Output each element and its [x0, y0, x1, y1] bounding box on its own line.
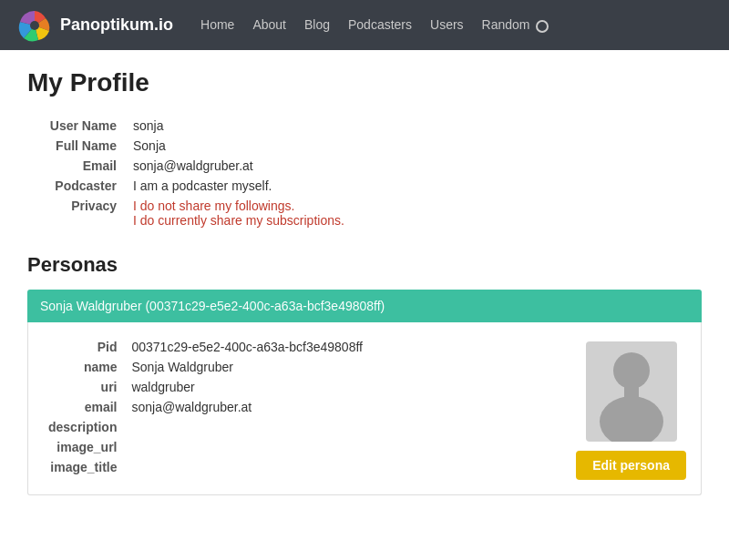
nav-item-random[interactable]: Random — [482, 17, 549, 32]
username-label: User Name — [27, 116, 128, 136]
podcaster-value: I am a podcaster myself. — [128, 176, 702, 196]
nav-item-blog[interactable]: Blog — [304, 17, 330, 32]
nav-link-about[interactable]: About — [252, 17, 286, 32]
fullname-value: Sonja — [128, 136, 702, 156]
description-value — [126, 417, 368, 437]
persona-image-title-row: image_title — [43, 457, 368, 477]
image-title-value — [126, 457, 368, 477]
nav-links: Home About Blog Podcasters Users Random — [200, 17, 549, 32]
persona-details: Pid 00371c29-e5e2-400c-a63a-bcf3e49808ff… — [43, 337, 368, 477]
persona-name-label: name — [43, 357, 126, 377]
nav-link-home[interactable]: Home — [200, 17, 234, 32]
random-icon — [536, 20, 549, 33]
personas-title: Personas — [27, 253, 702, 277]
persona-image-url-row: image_url — [43, 437, 368, 457]
svg-point-1 — [30, 21, 39, 30]
profile-email-row: Email sonja@waldgruber.at — [27, 156, 702, 176]
nav-link-random[interactable]: Random — [482, 17, 549, 32]
podcaster-label: Podcaster — [27, 176, 128, 196]
privacy-line2: I do currently share my subscriptions. — [133, 213, 696, 228]
nav-link-podcasters[interactable]: Podcasters — [348, 17, 412, 32]
persona-uri-row: uri waldgruber — [43, 377, 368, 397]
profile-privacy-row: Privacy I do not share my followings. I … — [27, 196, 702, 230]
image-title-label: image_title — [43, 457, 126, 477]
image-url-label: image_url — [43, 437, 126, 457]
svg-point-3 — [613, 352, 650, 389]
email-value: sonja@waldgruber.at — [128, 156, 702, 176]
nav-item-about[interactable]: About — [252, 17, 286, 32]
avatar — [586, 341, 677, 442]
fullname-label: Full Name — [27, 136, 128, 156]
uri-label: uri — [43, 377, 126, 397]
profile-podcaster-row: Podcaster I am a podcaster myself. — [27, 176, 702, 196]
privacy-label: Privacy — [27, 196, 128, 230]
uri-value: waldgruber — [126, 377, 368, 397]
persona-header: Sonja Waldgruber (00371c29-e5e2-400c-a63… — [27, 290, 702, 322]
profile-table: User Name sonja Full Name Sonja Email so… — [27, 116, 702, 230]
nav-item-home[interactable]: Home — [200, 17, 234, 32]
persona-avatar-area: Edit persona — [576, 341, 686, 480]
email-label: Email — [27, 156, 128, 176]
description-label: description — [43, 417, 126, 437]
nav-link-users[interactable]: Users — [430, 17, 464, 32]
persona-pid-row: Pid 00371c29-e5e2-400c-a63a-bcf3e49808ff — [43, 337, 368, 357]
svg-rect-5 — [624, 385, 639, 398]
persona-body: Pid 00371c29-e5e2-400c-a63a-bcf3e49808ff… — [27, 322, 702, 495]
profile-username-row: User Name sonja — [27, 116, 702, 136]
edit-persona-button[interactable]: Edit persona — [576, 451, 686, 480]
pid-label: Pid — [43, 337, 126, 357]
persona-email-row: email sonja@waldgruber.at — [43, 397, 368, 417]
page-title: My Profile — [27, 68, 702, 97]
profile-fullname-row: Full Name Sonja — [27, 136, 702, 156]
nav-link-blog[interactable]: Blog — [304, 17, 330, 32]
persona-name-row: name Sonja Waldgruber — [43, 357, 368, 377]
logo[interactable]: Panoptikum.io — [18, 9, 173, 42]
privacy-line1: I do not share my followings. — [133, 199, 696, 213]
persona-email-value: sonja@waldgruber.at — [126, 397, 368, 417]
persona-description-row: description — [43, 417, 368, 437]
logo-text: Panoptikum.io — [60, 15, 173, 35]
nav-item-users[interactable]: Users — [430, 17, 464, 32]
username-value: sonja — [128, 116, 702, 136]
pid-value: 00371c29-e5e2-400c-a63a-bcf3e49808ff — [126, 337, 368, 357]
navbar: Panoptikum.io Home About Blog Podcasters… — [0, 0, 729, 50]
persona-name-value: Sonja Waldgruber — [126, 357, 368, 377]
image-url-value — [126, 437, 368, 457]
persona-card: Sonja Waldgruber (00371c29-e5e2-400c-a63… — [27, 290, 702, 495]
nav-item-podcasters[interactable]: Podcasters — [348, 17, 412, 32]
persona-email-label: email — [43, 397, 126, 417]
main-content: My Profile User Name sonja Full Name Son… — [0, 50, 729, 514]
logo-icon — [18, 9, 51, 42]
privacy-value: I do not share my followings. I do curre… — [128, 196, 702, 230]
